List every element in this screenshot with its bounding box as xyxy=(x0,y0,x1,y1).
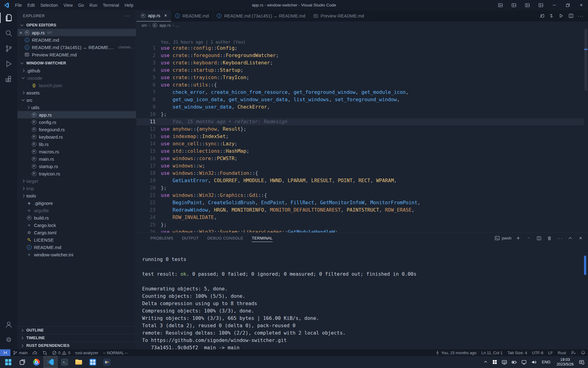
code-line-8[interactable]: 8 get_uwp_icon_data, get_window_user_dat… xyxy=(137,96,584,103)
menu-view[interactable]: View xyxy=(61,0,75,10)
tree-item-vscode[interactable]: .vscode xyxy=(17,74,136,82)
taskbar-vscode-icon[interactable] xyxy=(43,356,58,368)
more-actions-icon[interactable]: ··· xyxy=(576,12,585,20)
code-line-15[interactable]: 15use std::collections::HashMap; xyxy=(137,148,584,155)
section-outline[interactable]: OUTLINE xyxy=(17,326,136,334)
code-line-24[interactable]: 24 RDW_INVALIDATE, xyxy=(137,214,584,221)
clock[interactable]: 19:032023/5/26 xyxy=(553,356,577,368)
open-editor-preview-readme-md[interactable]: Preview README.md xyxy=(17,51,136,58)
search-icon[interactable] xyxy=(0,25,17,41)
account-icon[interactable] xyxy=(0,317,17,332)
minimize-icon[interactable] xyxy=(548,0,561,10)
explorer-more-actions-icon[interactable]: ··· xyxy=(125,13,130,19)
tree-item-macros-rs[interactable]: Rmacros.rs xyxy=(17,148,136,155)
explorer-icon[interactable] xyxy=(0,10,17,25)
close-icon[interactable]: × xyxy=(575,0,588,10)
terminal-output[interactable]: running 0 teststest result: ok. 0 passed… xyxy=(142,256,582,349)
menu-file[interactable]: File xyxy=(12,0,25,10)
breadcrumb[interactable]: src›Rapp.rs›... xyxy=(137,21,588,29)
tree-item-window-switcher-ini[interactable]: ≡window-switcher.ini xyxy=(17,251,136,258)
toggle-primary-sidebar-icon[interactable] xyxy=(494,0,507,10)
split-editor-icon[interactable] xyxy=(567,12,575,20)
tree-item-utils[interactable]: utils xyxy=(17,104,136,111)
code-line-17[interactable]: 17use windows::w; xyxy=(137,162,584,170)
new-terminal-icon[interactable]: + xyxy=(514,235,522,242)
status-remote[interactable] xyxy=(0,349,10,356)
status-eol[interactable]: LF xyxy=(546,349,555,356)
hidden-icons-chevron-icon[interactable] xyxy=(481,356,490,368)
tab-preview-readme-md[interactable]: Preview README.md xyxy=(309,10,368,21)
taskbar-start-icon[interactable] xyxy=(1,356,15,368)
code-line-13[interactable]: 13use indexmap::IndexSet; xyxy=(137,133,584,140)
extensions-icon[interactable] xyxy=(0,71,17,87)
section-rust-dependencies[interactable]: RUST DEPENDENCIES xyxy=(17,342,136,349)
close-tab-icon[interactable]: × xyxy=(164,13,167,18)
open-editor-readme-md[interactable]: iREADME.md xyxy=(17,36,136,44)
code-line-23[interactable]: 23 RedrawWindow, HRGN, MONITORINFO, MONI… xyxy=(137,206,584,214)
breadcrumb-item-[interactable]: ... xyxy=(176,23,179,28)
tab-readme-md-73a1451-readme-md[interactable]: iREADME.md (73a1451) ↔ README.md xyxy=(213,10,309,21)
breadcrumb-item-app-rs[interactable]: app.rs xyxy=(159,23,171,28)
notification-center-icon[interactable] xyxy=(577,356,588,368)
taskbar-windows-terminal-icon[interactable]: >_ xyxy=(58,356,72,368)
code-line-9[interactable]: 9 set_window_user_data, CheckError, xyxy=(137,103,584,111)
panel-tab-terminal[interactable]: TERMINAL xyxy=(252,233,273,243)
terminal-scrollbar[interactable] xyxy=(584,256,586,275)
status-rust-analyzer[interactable]: rust-analyzer xyxy=(73,349,101,356)
run-icon[interactable] xyxy=(557,12,565,20)
menu-edit[interactable]: Edit xyxy=(25,0,38,10)
sogou-tray-icon[interactable]: SG xyxy=(499,356,509,368)
status-feedback[interactable] xyxy=(568,349,578,356)
code-editor[interactable]: You, 21 hours ago | 1 author (You) 1use … xyxy=(137,29,588,232)
toggle-panel-icon[interactable] xyxy=(507,0,521,10)
status-cursor-position[interactable]: Ln 11, Col 1 xyxy=(479,349,505,356)
tree-item-tmp[interactable]: tmp xyxy=(17,185,136,192)
code-line-25[interactable]: 25}; xyxy=(137,221,584,228)
tree-item-config-rs[interactable]: Rconfig.rs xyxy=(17,118,136,126)
code-line-21[interactable]: 21use windows::Win32::Graphics::Gdi::{ xyxy=(137,192,584,199)
taskbar-blue-grid-app-icon[interactable] xyxy=(86,356,100,368)
close-panel-icon[interactable]: × xyxy=(577,235,584,242)
tree-item-license[interactable]: LICENSE xyxy=(17,236,136,243)
tree-item-trayicon-rs[interactable]: Rtrayicon.rs xyxy=(17,170,136,177)
kill-terminal-icon[interactable] xyxy=(546,235,553,242)
menu-terminal[interactable]: Terminal xyxy=(100,0,122,10)
open-editor-app-rs[interactable]: ×Rapp.rssrc xyxy=(17,29,136,36)
menu-run[interactable]: Run xyxy=(87,0,100,10)
menu-go[interactable]: Go xyxy=(75,0,87,10)
restore-icon[interactable] xyxy=(561,0,575,10)
battery-icon[interactable] xyxy=(509,356,519,368)
tree-item-foregound-rs[interactable]: Rforegound.rs xyxy=(17,126,136,133)
split-terminal-icon[interactable] xyxy=(535,235,543,242)
settings-icon[interactable]: ⚙ xyxy=(0,332,17,347)
toggle-secondary-sidebar-icon[interactable] xyxy=(521,0,534,10)
status-notifications[interactable] xyxy=(578,349,588,356)
tree-item-launch-json[interactable]: {}launch.json xyxy=(17,82,136,89)
status-language-mode[interactable]: Rust xyxy=(555,349,568,356)
tree-item-app-rs[interactable]: Rapp.rs xyxy=(17,111,136,118)
tree-item-src[interactable]: src xyxy=(17,96,136,104)
tree-item-keyboard-rs[interactable]: Rkeyboard.rs xyxy=(17,133,136,140)
close-editor-icon[interactable]: × xyxy=(17,30,24,35)
toggle-blame-icon[interactable] xyxy=(537,12,546,20)
code-line-5[interactable]: 5use crate::trayicon::TrayIcon; xyxy=(137,74,584,81)
customize-layout-icon[interactable] xyxy=(534,0,548,10)
code-line-7[interactable]: 7 check_error, create_hicon_from_resourc… xyxy=(137,89,584,96)
status-indentation[interactable]: Tab Size: 4 xyxy=(505,349,530,356)
tree-item-lib-rs[interactable]: Rlib.rs xyxy=(17,140,136,148)
panel-tab-output[interactable]: OUTPUT xyxy=(182,233,199,243)
status-vim-mode[interactable]: -- NORMAL -- xyxy=(101,349,130,356)
code-line-20[interactable]: 20}; xyxy=(137,184,584,192)
maximize-panel-icon[interactable] xyxy=(567,235,574,242)
status-sync[interactable] xyxy=(30,349,40,356)
code-line-22[interactable]: 22 BeginPaint, CreateSolidBrush, EndPain… xyxy=(137,199,584,206)
project-header[interactable]: WINDOW-SWITCHER xyxy=(17,59,136,67)
tree-item-cargo-toml[interactable]: ⚙Cargo.toml xyxy=(17,229,136,236)
breadcrumb-item-src[interactable]: src xyxy=(141,23,147,28)
language-indicator[interactable]: ENG xyxy=(539,356,553,368)
status-gitlens[interactable] xyxy=(40,349,50,356)
tree-item-main-rs[interactable]: Rmain.rs xyxy=(17,155,136,163)
tree-item-build-rs[interactable]: Rbuild.rs xyxy=(17,214,136,221)
source-control-icon[interactable] xyxy=(0,41,17,56)
status-encoding[interactable]: UTF-8 xyxy=(530,349,546,356)
